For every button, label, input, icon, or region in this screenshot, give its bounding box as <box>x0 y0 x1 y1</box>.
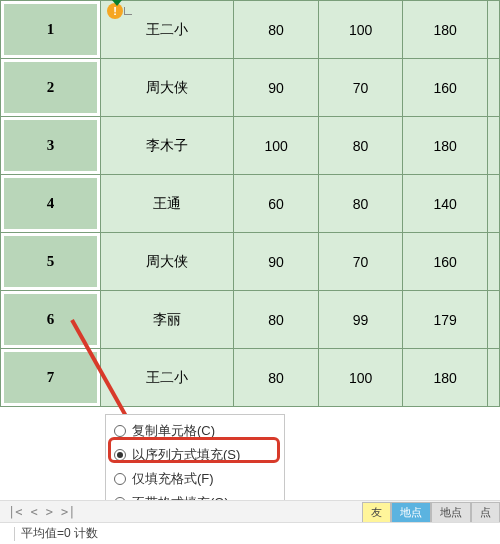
fill-option-2[interactable]: 仅填充格式(F) <box>106 467 284 491</box>
row-number-cell[interactable]: 7 <box>1 349 101 407</box>
table-row: 3李木子10080180 <box>1 117 500 175</box>
data-cell[interactable]: 90 <box>234 59 319 117</box>
data-cell[interactable] <box>488 349 500 407</box>
data-cell[interactable]: 179 <box>403 291 488 349</box>
name-cell[interactable]: 李丽 <box>101 291 234 349</box>
spreadsheet-area: 1王二小801001802周大侠90701603李木子100801804王通60… <box>0 0 500 407</box>
status-bar: 平均值=0 计数 <box>0 522 500 544</box>
row-number-cell[interactable]: 2 <box>1 59 101 117</box>
data-cell[interactable] <box>488 175 500 233</box>
data-cell[interactable]: 180 <box>403 349 488 407</box>
data-cell[interactable]: 140 <box>403 175 488 233</box>
radio-icon <box>114 425 126 437</box>
fill-option-label: 以序列方式填充(S) <box>132 446 240 464</box>
data-cell[interactable]: 99 <box>318 291 403 349</box>
sheet-tab-bar: |< < > >| 友地点地点点 <box>0 500 500 522</box>
data-cell[interactable]: 70 <box>318 233 403 291</box>
radio-icon <box>114 473 126 485</box>
data-cell[interactable]: 90 <box>234 233 319 291</box>
nav-first-button[interactable]: |< <box>8 505 22 519</box>
nav-prev-button[interactable]: < <box>30 505 37 519</box>
name-cell[interactable]: 周大侠 <box>101 233 234 291</box>
name-cell[interactable]: 周大侠 <box>101 59 234 117</box>
table-row: 5周大侠9070160 <box>1 233 500 291</box>
data-cell[interactable] <box>488 233 500 291</box>
fill-option-1[interactable]: 以序列方式填充(S) <box>106 443 284 467</box>
table-row: 1王二小80100180 <box>1 1 500 59</box>
nav-next-button[interactable]: > <box>46 505 53 519</box>
smart-tag[interactable]: ! <box>107 2 147 20</box>
table-row: 2周大侠9070160 <box>1 59 500 117</box>
fill-option-label: 复制单元格(C) <box>132 422 215 440</box>
sheet-tab[interactable]: 地点 <box>391 502 431 522</box>
row-number-cell[interactable]: 5 <box>1 233 101 291</box>
name-cell[interactable]: 王通 <box>101 175 234 233</box>
name-cell[interactable]: 王二小 <box>101 349 234 407</box>
data-cell[interactable]: 80 <box>318 175 403 233</box>
data-cell[interactable]: 60 <box>234 175 319 233</box>
nav-last-button[interactable]: >| <box>61 505 75 519</box>
chevron-down-icon <box>124 7 132 15</box>
sheet-tab[interactable]: 地点 <box>431 502 471 522</box>
data-cell[interactable]: 100 <box>234 117 319 175</box>
data-cell[interactable] <box>488 117 500 175</box>
fill-option-0[interactable]: 复制单元格(C) <box>106 419 284 443</box>
data-cell[interactable]: 180 <box>403 1 488 59</box>
sheet-tab[interactable]: 点 <box>471 502 500 522</box>
table-row: 4王通6080140 <box>1 175 500 233</box>
table-row: 6李丽8099179 <box>1 291 500 349</box>
row-number-cell[interactable]: 4 <box>1 175 101 233</box>
status-count: 计数 <box>74 525 98 542</box>
status-average: 平均值=0 <box>21 525 71 542</box>
data-cell[interactable] <box>488 1 500 59</box>
data-cell[interactable]: 100 <box>318 349 403 407</box>
data-cell[interactable] <box>488 59 500 117</box>
data-cell[interactable]: 160 <box>403 59 488 117</box>
data-cell[interactable]: 80 <box>234 349 319 407</box>
fill-option-label: 仅填充格式(F) <box>132 470 214 488</box>
data-cell[interactable]: 100 <box>318 1 403 59</box>
table-row: 7王二小80100180 <box>1 349 500 407</box>
data-cell[interactable]: 80 <box>234 291 319 349</box>
data-cell[interactable] <box>488 291 500 349</box>
row-number-cell[interactable]: 1 <box>1 1 101 59</box>
data-cell[interactable]: 80 <box>318 117 403 175</box>
row-number-cell[interactable]: 3 <box>1 117 101 175</box>
radio-icon <box>114 449 126 461</box>
sheet-tab[interactable]: 友 <box>362 502 391 522</box>
data-table: 1王二小801001802周大侠90701603李木子100801804王通60… <box>0 0 500 407</box>
name-cell[interactable]: 李木子 <box>101 117 234 175</box>
data-cell[interactable]: 80 <box>234 1 319 59</box>
data-cell[interactable]: 70 <box>318 59 403 117</box>
row-number-cell[interactable]: 6 <box>1 291 101 349</box>
data-cell[interactable]: 160 <box>403 233 488 291</box>
data-cell[interactable]: 180 <box>403 117 488 175</box>
